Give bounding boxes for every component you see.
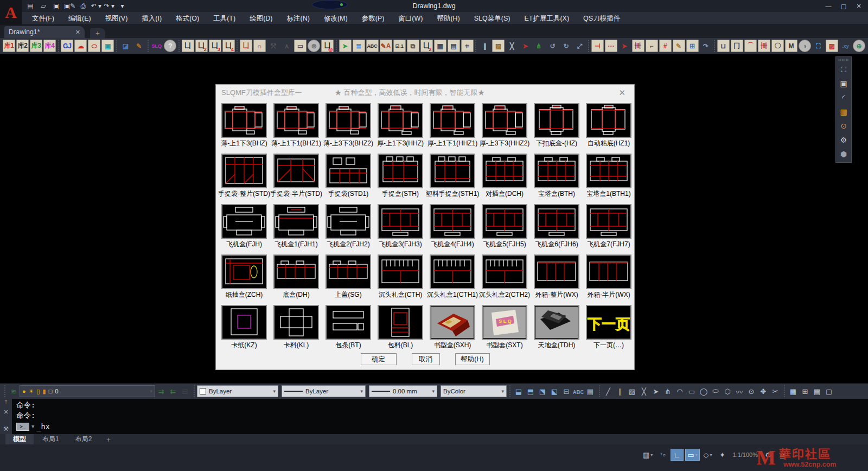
box-template-item[interactable]: 包条(BT)	[322, 304, 374, 354]
m-box-icon[interactable]: M	[785, 40, 797, 52]
box-template-thumbnail[interactable]	[586, 154, 631, 188]
box-template-item[interactable]: 薄-上1下1(BHZ1)	[270, 102, 322, 152]
box-template-thumbnail[interactable]	[482, 204, 527, 239]
layer-freeze-icon[interactable]: ⬒	[525, 385, 537, 397]
box-template-thumbnail[interactable]	[221, 154, 267, 188]
dialog-titlebar[interactable]: SLQMF刀模插件盒型库一 ★ 百种盒型，高效低误，时间有限，智能无限★ ✕	[216, 85, 634, 101]
box-template-item[interactable]: 下一页下一页(…)	[583, 304, 635, 354]
box-template-item[interactable]: 飞机盒3(FJH3)	[374, 203, 426, 253]
restore-button[interactable]: ▢	[837, 1, 851, 11]
strip-box-icon[interactable]: 卌	[758, 40, 770, 52]
block-select-icon[interactable]: ▣	[837, 77, 850, 90]
box-template-item[interactable]: 薄-上3下3(BHZ2)	[322, 102, 374, 152]
box-shape-1-icon[interactable]: 凵	[182, 40, 194, 52]
command-close-icon[interactable]: ✕	[3, 409, 8, 416]
box-template-thumbnail[interactable]	[221, 103, 267, 138]
box-template-item[interactable]: 自动粘底(HZ1)	[583, 102, 635, 152]
isodraft-icon[interactable]: ◇▾	[701, 449, 714, 461]
save-icon[interactable]: ▣	[51, 1, 62, 11]
box-shape-2-icon[interactable]: 凵2	[195, 40, 208, 52]
box-template-thumbnail[interactable]	[482, 154, 527, 188]
box-template-thumbnail[interactable]	[534, 254, 579, 289]
layer-walk-icon[interactable]: ⬓	[513, 385, 525, 397]
polygon-icon[interactable]: ⬡	[722, 385, 733, 397]
box-template-item[interactable]: 宝塔盒(BTH)	[531, 152, 583, 203]
toolbar-grip[interactable]: ⠶⠶⠶	[838, 59, 850, 62]
layer-bulb-icon[interactable]: ●	[22, 388, 26, 394]
box-number-icon[interactable]: 凵2	[420, 40, 433, 52]
box-template-thumbnail[interactable]	[378, 103, 423, 138]
disable-circle-icon[interactable]: ⊗	[308, 40, 320, 52]
file-tab-drawing1[interactable]: Drawing1* ✕	[4, 26, 85, 38]
filmstrip-icon[interactable]: ▤	[448, 40, 460, 52]
ok-button[interactable]: 确定	[361, 353, 397, 365]
monitor-icon[interactable]: ▢	[823, 385, 835, 397]
xy-coords-icon[interactable]: .xy	[839, 40, 852, 52]
box-template-thumbnail[interactable]	[586, 103, 631, 138]
help-circle-icon[interactable]: ?	[164, 40, 176, 52]
copy-array-icon[interactable]: ⧉	[407, 40, 419, 52]
annotation-monitor-icon[interactable]: ▣	[776, 449, 789, 461]
ucs-icon[interactable]: ⊞	[799, 385, 811, 397]
layout-tab-布局1[interactable]: 布局1	[35, 434, 67, 444]
box-template-item[interactable]: 厚-上1下1(HHZ1)	[426, 102, 478, 152]
menu-item-5[interactable]: 格式(O)	[169, 12, 206, 25]
lineweight-dropdown[interactable]: 0.00 mm▾	[369, 385, 437, 397]
box-template-item[interactable]: 塑料手提盒(STH1)	[426, 152, 478, 203]
box-template-item[interactable]: 飞机盒1(FJH1)	[270, 203, 322, 253]
rotate-ccw-icon[interactable]: ↺	[546, 40, 559, 52]
move-icon[interactable]: ✥	[757, 385, 769, 397]
cross-lines-icon[interactable]: ╳	[506, 40, 518, 52]
box-template-item[interactable]: 沉头礼盒1(CTH1)	[426, 253, 478, 304]
dialog-close-icon[interactable]: ✕	[615, 88, 629, 98]
prompt-dropdown-icon[interactable]: ▼	[31, 424, 34, 429]
linetype-dropdown-arrow[interactable]: ▾	[360, 389, 363, 394]
point-icon[interactable]: ⊙	[745, 385, 757, 397]
box-template-thumbnail[interactable]	[534, 103, 579, 138]
mesh-sphere-icon[interactable]: ⬢	[837, 148, 850, 161]
box-template-thumbnail[interactable]	[378, 204, 423, 239]
box-template-item[interactable]: 飞机盒2(FJH2)	[322, 203, 374, 253]
snap-grid-icon[interactable]: ▦	[787, 385, 799, 397]
workspace-gear-icon[interactable]: ⚙	[762, 449, 775, 461]
box-library-4-icon[interactable]: 库4	[43, 40, 56, 52]
box-template-item[interactable]: 包料(BL)	[374, 304, 426, 354]
dashed-rect-icon[interactable]: ▣	[101, 40, 114, 52]
trim-icon[interactable]: ✂	[769, 385, 781, 397]
box-template-thumbnail[interactable]	[221, 305, 267, 340]
text-strike-icon[interactable]: A̶B̶C̶	[366, 40, 379, 52]
image-plus-icon[interactable]: ⊞	[686, 40, 699, 52]
minimize-button[interactable]: —	[821, 1, 835, 11]
revision-cloud-icon[interactable]: ☁	[74, 40, 87, 52]
box-template-thumbnail[interactable]	[430, 204, 475, 239]
box-template-item[interactable]: 对插盒(DCH)	[478, 152, 531, 203]
multiline-cursor-icon[interactable]: ⋔	[533, 40, 545, 52]
box-library-1-icon[interactable]: 库1	[3, 40, 15, 52]
decimal-box-icon[interactable]: ⊡.1	[393, 40, 406, 52]
menu-item-7[interactable]: 绘图(D)	[242, 12, 279, 25]
color-dropdown-arrow[interactable]: ▾	[273, 389, 276, 394]
box-template-thumbnail[interactable]	[378, 305, 423, 340]
layer-dropdown-arrow[interactable]: ▾	[150, 389, 152, 394]
menu-item-15[interactable]: QS刀模插件	[576, 12, 627, 25]
menu-item-10[interactable]: 参数(P)	[355, 12, 392, 25]
tab-close-icon[interactable]: ✕	[75, 29, 80, 36]
layer-iso-icon[interactable]: ⊟	[560, 385, 572, 397]
box-template-item[interactable]: 下扣底盒-(HZ)	[531, 102, 583, 152]
red-dash-cursor-icon[interactable]: ➤	[519, 40, 532, 52]
box-template-thumbnail[interactable]	[482, 254, 527, 289]
box-diagonal-icon[interactable]: 凵	[240, 40, 252, 52]
pencil-icon[interactable]: ✎	[673, 40, 685, 52]
box-template-thumbnail[interactable]	[378, 154, 423, 188]
xline-icon[interactable]: ╳	[638, 385, 650, 397]
polyline-icon[interactable]: ∥	[614, 385, 626, 397]
box-template-item[interactable]: 手提袋(STD1)	[322, 152, 374, 203]
box-template-thumbnail[interactable]	[326, 254, 371, 289]
hatch-stripes-icon[interactable]: ▥	[837, 105, 850, 118]
color-dropdown[interactable]: ByLayer▾	[197, 385, 278, 397]
color-grid-icon[interactable]: #	[659, 40, 672, 52]
box-template-thumbnail[interactable]	[378, 254, 423, 289]
box-library-2-icon[interactable]: 库2	[16, 40, 29, 52]
erase-pen-icon[interactable]: ✎	[133, 40, 145, 52]
box-template-item[interactable]: 手提盒(STH)	[374, 152, 426, 203]
